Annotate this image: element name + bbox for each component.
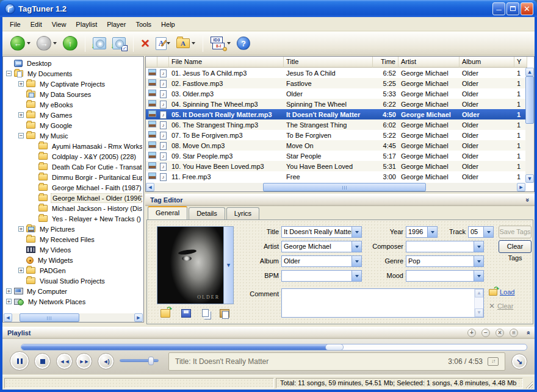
rename-files-button[interactable]: A: [154, 34, 171, 53]
pause-button[interactable]: [10, 351, 29, 371]
column-header-file-name[interactable]: File Name: [169, 57, 284, 68]
column-header-artist[interactable]: Artist: [398, 57, 460, 68]
maximize-button[interactable]: [506, 2, 519, 15]
fast-forward-button[interactable]: ►►: [76, 353, 92, 369]
save-art-button[interactable]: [181, 309, 191, 318]
tree-item-desktop[interactable]: Desktop: [4, 58, 142, 68]
rename-folder-button[interactable]: A: [175, 34, 196, 53]
seek-bar[interactable]: [21, 344, 527, 351]
tree-item-dimmu-borgir-puritanical-euph[interactable]: Dimmu Borgir - Puritanical Euph: [4, 172, 142, 182]
close-button[interactable]: ✕: [521, 2, 533, 15]
scroll-down-icon[interactable]: ▼: [475, 308, 483, 317]
menu-item-tools[interactable]: Tools: [131, 20, 156, 29]
list-scroll-track[interactable]: [154, 183, 517, 191]
menu-item-view[interactable]: View: [47, 20, 71, 29]
tree-horizontal-scrollbar[interactable]: ◄ ►: [4, 313, 143, 322]
delete-button[interactable]: ×: [140, 34, 151, 53]
copy-art-button[interactable]: [202, 309, 209, 317]
column-header-album[interactable]: Album: [460, 57, 514, 68]
tree-item-visual-studio-projects[interactable]: Visual Studio Projects: [4, 276, 142, 286]
playlist-list-button[interactable]: ≡: [510, 329, 518, 337]
tree-scroll-track[interactable]: [12, 313, 134, 322]
column-header-y[interactable]: Y: [514, 57, 527, 68]
list-horizontal-scrollbar[interactable]: ◄ ►: [146, 183, 525, 191]
tree-item-ayumi-hamasaki-rmx-works-f[interactable]: Ayumi Hamasaki - Rmx Works F: [4, 141, 142, 151]
expand-plus-icon[interactable]: +: [18, 112, 24, 118]
tree-item-death-cab-for-cutie-transatla[interactable]: Death Cab For Cutie - Transatla: [4, 162, 142, 172]
back-button[interactable]: ←: [9, 34, 32, 53]
combo-arrow-icon[interactable]: [474, 271, 483, 281]
menu-item-player[interactable]: Player: [102, 20, 131, 29]
tree-scroll-thumb[interactable]: [20, 313, 79, 322]
seek-thumb[interactable]: [325, 344, 344, 351]
clear-playlist-button[interactable]: ×: [496, 329, 504, 337]
table-row[interactable]: ♪03. Older.mp3Older5:33George MichaelOld…: [146, 88, 525, 99]
clear-tags-button[interactable]: Clear Tags: [499, 240, 532, 253]
tree-item-george-michael-older-1996[interactable]: George Michael - Older (1996) (: [4, 193, 142, 203]
bpm-combo[interactable]: [281, 270, 362, 282]
help-button[interactable]: ?: [236, 34, 251, 53]
tree-item-padgen[interactable]: +PADGen: [4, 265, 142, 276]
collapse-tag-editor-icon[interactable]: »: [524, 198, 532, 202]
rename-dropdown-icon[interactable]: [167, 42, 170, 45]
tree-item-my-google[interactable]: My Google: [4, 120, 142, 130]
forward-button[interactable]: →: [35, 34, 58, 53]
up-button[interactable]: ↑: [62, 34, 79, 53]
scroll-up-icon[interactable]: ▲: [475, 289, 483, 298]
combo-arrow-icon[interactable]: [351, 241, 361, 252]
id3-version-button[interactable]: ID3 II-I: [209, 34, 232, 53]
rename-folder-dropdown-icon[interactable]: [192, 42, 195, 45]
tab-details[interactable]: Details: [189, 207, 225, 219]
composer-combo[interactable]: [406, 241, 484, 252]
table-row[interactable]: ♪06. The Strangest Thing.mp3The Stranges…: [146, 119, 525, 130]
menu-item-file[interactable]: File: [5, 20, 26, 29]
table-row[interactable]: ♪04. Spinning The Wheel.mp3Spinning The …: [146, 99, 525, 109]
tree-item-my-network-places[interactable]: +My Network Places: [4, 296, 142, 307]
tree-item-yes-relayer-new-tracks[interactable]: Yes - Relayer + New Tracks () (: [4, 213, 142, 224]
rewind-button[interactable]: ◄◄: [56, 353, 73, 369]
stop-button[interactable]: [34, 353, 51, 369]
resize-grip[interactable]: [525, 380, 533, 388]
add-track-button[interactable]: +: [467, 329, 476, 337]
volume-slider[interactable]: [120, 359, 159, 362]
tree-item-michael-jackson-history-disc[interactable]: Michael Jackson - History (Disc: [4, 203, 142, 213]
tree-item-my-received-files[interactable]: My Received Files: [4, 234, 142, 244]
expand-plus-icon[interactable]: +: [6, 299, 12, 304]
volume-button[interactable]: ◄): [98, 353, 114, 369]
mood-combo[interactable]: [406, 270, 484, 282]
save-all-tags-toolbar-button[interactable]: ↓✓: [111, 34, 127, 53]
table-row[interactable]: ♪08. Move On.mp3Move On4:45George Michae…: [146, 140, 525, 151]
tab-lyrics[interactable]: Lyrics: [226, 207, 259, 219]
combo-arrow-icon[interactable]: [351, 227, 361, 237]
table-row[interactable]: ♪11. Free.mp3Free3:00George MichaelOlder…: [146, 171, 525, 182]
scroll-left-icon[interactable]: ◄: [146, 183, 154, 191]
combo-arrow-icon[interactable]: [351, 271, 361, 281]
scroll-up-icon[interactable]: ▲: [525, 68, 534, 76]
artist-combo[interactable]: George Michael: [281, 241, 362, 252]
clear-link[interactable]: Clear: [497, 302, 513, 310]
tab-general[interactable]: General: [148, 206, 187, 219]
table-row[interactable]: ♪05. It Doesn't Really Matter.mp3It Does…: [146, 109, 525, 119]
expand-plus-icon[interactable]: +: [18, 268, 24, 273]
combo-arrow-icon[interactable]: [483, 227, 493, 237]
table-row[interactable]: ♪02. Fastlove.mp3Fastlove5:25George Mich…: [146, 78, 525, 88]
scroll-down-icon[interactable]: ▼: [525, 174, 534, 183]
year-combo[interactable]: 1996: [406, 226, 438, 238]
column-header-title[interactable]: Title: [284, 57, 373, 68]
load-art-button[interactable]: [160, 309, 170, 318]
tree-item-my-data-sourses[interactable]: My Data Sourses: [4, 89, 142, 99]
tree-item-my-computer[interactable]: +My Computer: [4, 286, 142, 296]
album-combo[interactable]: Older: [281, 255, 362, 267]
loop-icon[interactable]: ↓↑: [488, 357, 499, 366]
tree-item-my-widgets[interactable]: My Widgets: [4, 255, 142, 265]
expand-plus-icon[interactable]: +: [18, 81, 24, 87]
column-header-icon-1[interactable]: [157, 57, 169, 68]
back-dropdown-icon[interactable]: [27, 42, 31, 45]
track-combo[interactable]: 05: [468, 226, 494, 238]
save-tags-toolbar-button[interactable]: ↓: [92, 34, 107, 53]
expand-plus-icon[interactable]: +: [18, 226, 24, 232]
genre-combo[interactable]: Pop: [406, 255, 484, 267]
table-row[interactable]: ♪10. You Have Been Loved.mp3You Have Bee…: [146, 161, 525, 171]
title-combo[interactable]: It Doesn't Really Matter: [281, 226, 362, 238]
tree-item-my-music[interactable]: −My Music: [4, 130, 142, 141]
